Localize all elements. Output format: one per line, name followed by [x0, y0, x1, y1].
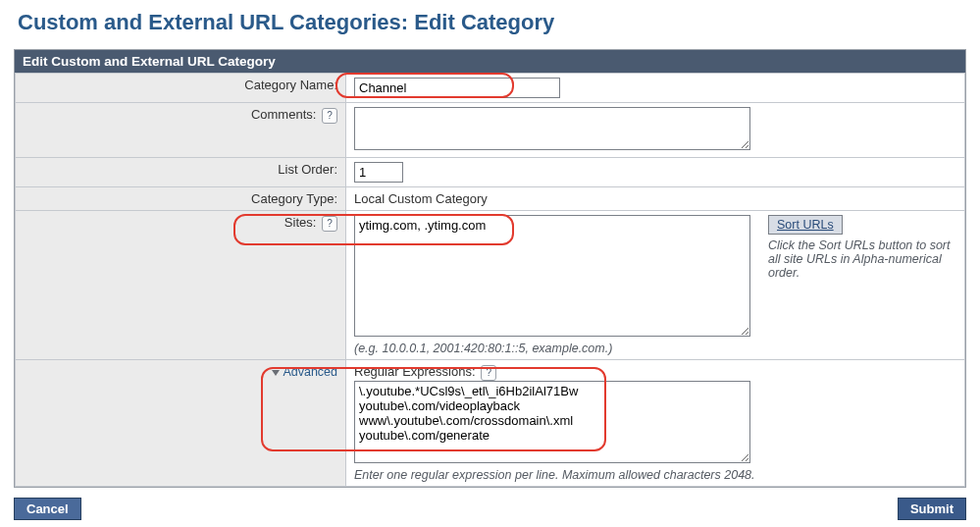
regex-hint: Enter one regular expression per line. M… [354, 468, 956, 482]
regex-header: Regular Expressions: [354, 364, 476, 379]
list-order-label: List Order: [16, 158, 346, 187]
advanced-label: Advanced [283, 365, 337, 379]
panel-header: Edit Custom and External URL Category [15, 50, 965, 73]
sort-urls-button[interactable]: Sort URLs [768, 215, 843, 235]
advanced-toggle[interactable]: Advanced [272, 365, 337, 379]
chevron-down-icon [272, 370, 280, 376]
sites-hint: (e.g. 10.0.0.1, 2001:420:80:1::5, exampl… [354, 342, 750, 355]
category-name-input[interactable] [354, 78, 560, 98]
form-table: Category Name: Comments: ? List Order: [15, 73, 965, 487]
help-icon[interactable]: ? [322, 108, 337, 124]
category-type-value: Local Custom Category [346, 187, 965, 211]
comments-textarea[interactable] [354, 107, 750, 150]
help-icon[interactable]: ? [481, 365, 496, 381]
sites-label: Sites: [284, 215, 317, 230]
category-name-label: Category Name: [16, 74, 346, 103]
page-title: Custom and External URL Categories: Edit… [18, 10, 966, 35]
edit-category-panel: Edit Custom and External URL Category Ca… [14, 49, 966, 488]
list-order-input[interactable] [354, 162, 403, 183]
regex-textarea[interactable] [354, 381, 750, 463]
sort-urls-hint: Click the Sort URLs button to sort all s… [768, 238, 964, 280]
cancel-button[interactable]: Cancel [14, 498, 81, 520]
comments-label: Comments: [251, 107, 316, 122]
help-icon[interactable]: ? [322, 216, 337, 232]
category-type-label: Category Type: [16, 187, 346, 211]
submit-button[interactable]: Submit [898, 498, 966, 520]
sites-textarea[interactable] [354, 215, 750, 337]
